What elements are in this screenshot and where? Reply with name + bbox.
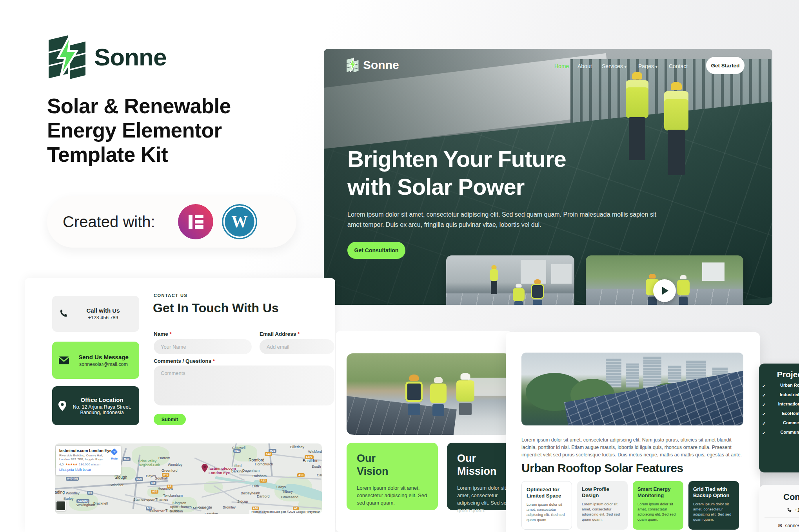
brand-header: Sonne: [46, 34, 166, 80]
hero-logo-text: Sonne: [363, 58, 399, 72]
hero-paragraph: Lorem ipsum dolor sit amet, consectetur …: [347, 210, 669, 230]
nav-item-about[interactable]: About: [577, 63, 592, 69]
get-consultation-button[interactable]: Get Consultation: [347, 242, 405, 259]
divider: [764, 518, 799, 518]
feature-card: Low Profile Design Lorem ipsum dolor sit…: [577, 481, 628, 530]
email-label: Email Address *: [260, 331, 300, 337]
mail-icon: [58, 356, 69, 365]
location-pin-icon: [58, 401, 66, 411]
map-rating-row: 4,5 ★★★★★ 186.060 ulasan: [59, 463, 117, 466]
map-place-title: lastminute.com London Eye: [59, 449, 117, 453]
feature-card: Smart Energy Monitoring Lorem ipsum dolo…: [633, 481, 683, 530]
hero-logo-icon: [346, 58, 359, 72]
wordpress-logo-icon: W: [222, 204, 257, 239]
office-card-address: No. 12 Arjuna Raya Street, Bandung, Indo…: [71, 404, 133, 415]
reviews-count-link[interactable]: 186.060 ulasan: [79, 463, 100, 466]
play-button[interactable]: [653, 279, 676, 302]
feature-card: Grid Tied with Backup Option Lorem ipsum…: [688, 481, 739, 530]
feature-title: Optimized for Limited Space: [527, 487, 567, 499]
project-list-item: ✓ Commercial Solar Plant: [762, 420, 799, 426]
check-icon: ✓: [762, 412, 768, 417]
check-icon: ✓: [762, 384, 768, 389]
submit-button[interactable]: Submit: [154, 414, 186, 425]
mail-icon: ✉: [778, 523, 782, 528]
mission-title: Our Mission: [457, 452, 500, 478]
map-marker-label: lastminute.com London Eye: [209, 466, 236, 475]
message-card-email: sonnesolar@mail.com: [74, 362, 133, 367]
features-paragraph: Lorem ipsum dolor sit amet, consectetur …: [521, 436, 743, 459]
template-kit-preview: Sonne Solar & Renewable Energy Elementor…: [0, 0, 799, 532]
hero-logo[interactable]: Sonne: [346, 58, 399, 72]
google-map[interactable]: ReadingWoodleyEarleyWokinghamBracknellSl…: [55, 443, 322, 514]
nav-item-services[interactable]: Services▾: [602, 63, 626, 69]
contact-mini-card: Contact +123 456 789 ✉ sonnesolar@mail.c…: [759, 485, 799, 532]
map-info-card: lastminute.com London Eye Riverside Buil…: [56, 446, 121, 475]
phone-icon: [58, 309, 69, 319]
name-input[interactable]: [154, 339, 252, 354]
contact-eyebrow: CONTACT US: [154, 293, 187, 298]
hero-video-thumbnail: [586, 255, 743, 305]
hero-headline: Brighten Your Future with Solar Power: [347, 145, 566, 201]
check-icon: ✓: [762, 431, 768, 436]
feature-card: Optimized for Limited Space Lorem ipsum …: [521, 481, 572, 530]
rating-stars-icon: ★★★★★: [65, 463, 77, 466]
office-card-title: Office Location: [71, 396, 133, 403]
project-list-item: ✓ International Green Initiative: [762, 402, 799, 407]
worker-figure: [664, 82, 688, 180]
hero-photo-workers: [446, 255, 574, 305]
project-list-item: ✓ Urban Rooftop Installation: [762, 383, 799, 389]
comments-textarea[interactable]: [154, 366, 334, 405]
satellite-layer-toggle[interactable]: [56, 501, 66, 511]
check-icon: ✓: [762, 393, 768, 398]
message-card-title: Send Us Message: [74, 354, 133, 360]
elementor-logo-icon: [178, 204, 213, 239]
vision-title: Our Vision: [357, 452, 400, 478]
name-label: Name *: [154, 331, 172, 337]
message-card: Send Us Message sonnesolar@mail.com: [52, 342, 139, 379]
features-heading: Urban Rooftop Solar Features: [521, 461, 683, 475]
map-attribution: Pintasan keyboard Data peta ©2025 Google…: [249, 510, 322, 514]
brand-logo-text: Sonne: [94, 43, 166, 71]
rooftop-city-photo: [521, 353, 743, 425]
contact-phone-row[interactable]: +123 456 789: [764, 507, 799, 513]
map-marker-icon[interactable]: [202, 464, 208, 472]
worker-figure: [626, 72, 648, 166]
larger-map-link[interactable]: Lihat peta lebih besar: [59, 468, 117, 472]
route-button[interactable]: ➜ Rute: [111, 449, 118, 460]
project-list-item: ✓ Industrial Solar Integration: [762, 392, 799, 398]
get-started-button[interactable]: Get Started: [706, 57, 745, 74]
created-with-label: Created with:: [63, 213, 155, 231]
check-icon: ✓: [762, 402, 768, 407]
features-row: Optimized for Limited Space Lorem ipsum …: [521, 481, 743, 530]
feature-body: Lorem ipsum dolor sit amet, consectetur …: [527, 502, 567, 522]
rating-value: 4,5: [59, 463, 64, 466]
feature-title: Low Profile Design: [582, 486, 623, 499]
project-list-item: ✓ Community Based Energy: [762, 430, 799, 436]
feature-body: Lorem ipsum dolor sit amet, consectetur …: [637, 501, 679, 522]
call-card-phone: +123 456 789: [73, 315, 133, 320]
project-list-item: ✓ EcoHome Solar Upgrade: [762, 411, 799, 417]
nav-item-contact[interactable]: Contact: [669, 63, 688, 69]
contact-email-row[interactable]: ✉ sonnesolar@mail.com: [764, 523, 799, 528]
chevron-down-icon: ▾: [656, 65, 657, 69]
call-card-title: Call with Us: [73, 307, 133, 314]
map-place-address: Riverside Building, County Hall, London …: [59, 454, 117, 461]
project-list-title: Project List: [758, 370, 799, 379]
nav-item-pages[interactable]: Pages▾: [638, 63, 657, 69]
contact-mini-title: Contact: [759, 492, 799, 502]
call-card: Call with Us +123 456 789: [52, 296, 139, 332]
feature-body: Lorem ipsum dolor sit amet, consectetur …: [693, 501, 734, 522]
created-with-pill: Created with: W: [47, 196, 296, 248]
hero-section: Sonne Home About Services▾ Pages▾ Contac…: [324, 49, 772, 305]
nav-item-home[interactable]: Home: [554, 63, 569, 69]
email-input[interactable]: [260, 339, 334, 354]
google-watermark: Google: [198, 505, 212, 510]
contact-heading: Get In Touch With Us: [153, 301, 279, 315]
feature-title: Grid Tied with Backup Option: [693, 486, 734, 499]
feature-title: Smart Energy Monitoring: [637, 486, 679, 499]
vision-card: Our Vision Lorem ipsum dolor sit amet, c…: [347, 443, 438, 510]
comments-label: Comments / Questions *: [154, 358, 215, 364]
project-list-card: Project List ✓ Urban Rooftop Installatio…: [759, 364, 799, 472]
sonne-logo-icon: [46, 34, 87, 80]
svg-text:W: W: [231, 213, 247, 231]
